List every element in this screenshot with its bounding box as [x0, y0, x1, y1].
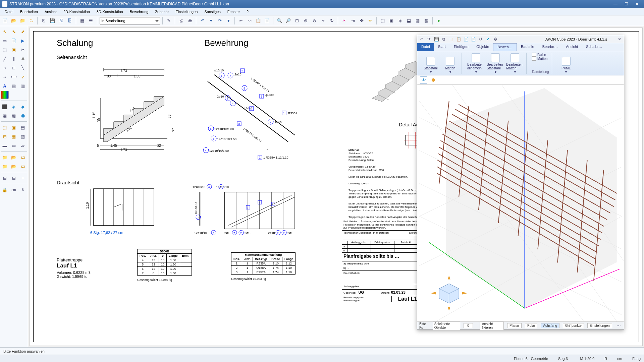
sel2-icon[interactable]: ▣: [388, 17, 395, 24]
vt-b5-icon[interactable]: ▦: [10, 132, 18, 140]
status-select[interactable]: In Bearbeitung: [100, 17, 160, 24]
cube-s5-icon[interactable]: 📄: [470, 36, 476, 42]
rbtn-pxml[interactable]: PXML▾: [557, 57, 575, 74]
vt-c3-icon[interactable]: ▱: [19, 141, 27, 149]
cube-tab-ansicht[interactable]: Ansicht: [562, 43, 582, 51]
rbtn-stabstahl[interactable]: Stabstahl▾: [422, 57, 439, 74]
vt-dim1-icon[interactable]: ↔: [1, 73, 9, 81]
menu-help[interactable]: ?: [243, 9, 252, 14]
vt-text-icon[interactable]: A: [1, 82, 9, 90]
vt-six[interactable]: 6: [19, 186, 27, 194]
vt-f2-icon[interactable]: 📂: [10, 153, 18, 161]
cube-eye-icon[interactable]: 👁: [420, 76, 427, 84]
vt-f5-icon[interactable]: 📂: [10, 162, 18, 170]
menu-einstellungen[interactable]: Einstellungen: [172, 9, 201, 14]
cube-s2-icon[interactable]: ⬚: [448, 36, 454, 42]
zoomfit-icon[interactable]: ⊡: [293, 17, 301, 24]
vt-dim2-icon[interactable]: ⟷: [10, 73, 18, 81]
sel4-icon[interactable]: ⬓: [405, 17, 413, 24]
cube-tab-schalbr[interactable]: Schalbr…: [582, 43, 606, 51]
vt-line-icon[interactable]: ╱: [1, 55, 9, 63]
vt-g2-icon[interactable]: ⊟: [10, 174, 18, 182]
maximize-button[interactable]: ☐: [621, 1, 631, 7]
cube-undo-icon[interactable]: ↶: [419, 36, 425, 42]
vt-f3-icon[interactable]: 🗂: [19, 153, 27, 161]
vt-color-icon[interactable]: [1, 91, 9, 99]
vt-circ-icon[interactable]: ○: [1, 64, 9, 72]
saveas-icon[interactable]: 🗄: [66, 17, 73, 24]
vt-3d5-icon[interactable]: ▩: [10, 112, 18, 120]
vt-b3-icon[interactable]: ▤: [19, 123, 27, 131]
vt-b1-icon[interactable]: ⬚: [1, 123, 9, 131]
cube-redo-icon[interactable]: ↷: [426, 36, 432, 42]
cube-s3-icon[interactable]: 📋: [455, 36, 462, 42]
cube-tab-datei[interactable]: Datei: [417, 43, 434, 51]
vt-3d3-icon[interactable]: ◆: [19, 103, 27, 111]
cube-s6-icon[interactable]: ↺: [478, 36, 484, 42]
cube-btn-polar[interactable]: Polar: [525, 323, 537, 328]
refresh-icon[interactable]: ↻: [328, 17, 335, 24]
zoom2-icon[interactable]: 🔎: [284, 17, 292, 24]
vt-lock-icon[interactable]: 🔒: [1, 186, 9, 194]
vt-b2-icon[interactable]: ▣: [10, 123, 18, 131]
edit2-icon[interactable]: ✏: [367, 17, 374, 24]
redo-drop-icon[interactable]: ▾: [225, 17, 232, 24]
vt-c1-icon[interactable]: ▬: [1, 141, 9, 149]
cube-save-icon[interactable]: 💾: [433, 36, 439, 42]
vt-play-icon[interactable]: ▶: [19, 37, 27, 45]
sel1-icon[interactable]: ⬚: [379, 17, 386, 24]
undo-icon[interactable]: ↶: [199, 17, 206, 24]
vt-f1-icon[interactable]: 📁: [1, 153, 9, 161]
open-icon[interactable]: 📂: [10, 17, 17, 24]
grid-icon[interactable]: ▦: [78, 17, 86, 24]
vt-r2-icon[interactable]: ▣: [10, 46, 18, 54]
open2-icon[interactable]: 📁: [19, 17, 26, 24]
vt-g3-icon[interactable]: ＋: [19, 174, 27, 182]
cube-close-icon[interactable]: ✕: [616, 36, 623, 42]
extend-icon[interactable]: ⇥: [349, 17, 357, 24]
rbtn-bearb-matten[interactable]: Bearbeiten Matten▾: [506, 53, 524, 74]
layers-icon[interactable]: ☰: [87, 17, 95, 24]
zoomout-icon[interactable]: ⊖: [311, 17, 318, 24]
undo-drop-icon[interactable]: ▾: [207, 17, 215, 24]
cube-cube-icon[interactable]: ⬢: [429, 76, 437, 84]
menu-ansicht[interactable]: Ansicht: [41, 9, 60, 14]
trim-icon[interactable]: ✂: [340, 17, 348, 24]
menu-bewehrung[interactable]: Bewehrung: [126, 9, 152, 14]
rlabel-farbe[interactable]: Farbe: [537, 53, 546, 57]
move-icon[interactable]: ✥: [358, 17, 365, 24]
vt-3d6-icon[interactable]: ⬢: [19, 112, 27, 120]
vt-curs3-icon[interactable]: ⬈: [19, 27, 27, 36]
menu-sonstiges[interactable]: Sonstiges: [201, 9, 224, 14]
vt-b6-icon[interactable]: ▧: [19, 132, 27, 140]
vt-f4-icon[interactable]: 📁: [1, 162, 9, 170]
cube-s8-icon[interactable]: ⚙: [492, 36, 498, 42]
cube-btn-fix[interactable]: Ansicht fixieren: [480, 321, 504, 330]
vt-page-icon[interactable]: 📄: [10, 37, 18, 45]
redo-icon[interactable]: ↷: [216, 17, 223, 24]
vt-f6-icon[interactable]: 🗂: [19, 162, 27, 170]
cube-btn-einst[interactable]: Einstellungen: [587, 323, 612, 328]
sel6-icon[interactable]: ▧: [423, 17, 430, 24]
vt-c2-icon[interactable]: ▭: [10, 141, 18, 149]
vt-r3-icon[interactable]: ✂: [19, 46, 27, 54]
minimize-button[interactable]: —: [610, 1, 621, 7]
vt-rect-icon[interactable]: ▭: [1, 37, 9, 45]
rlabel-matten[interactable]: Matten: [537, 57, 548, 61]
printprev-icon[interactable]: 🖶: [186, 17, 194, 24]
zoomall-icon[interactable]: ⌖: [319, 17, 327, 24]
vt-3d2-icon[interactable]: ◈: [10, 103, 18, 111]
vt-diag-icon[interactable]: ╲: [19, 64, 27, 72]
vt-3d1-icon[interactable]: ⬛: [1, 103, 9, 111]
vt-g1-icon[interactable]: ⊞: [1, 174, 9, 182]
paste-icon[interactable]: 📄: [263, 17, 271, 24]
menu-fenster[interactable]: Fenster: [224, 9, 243, 14]
cube-s4-icon[interactable]: 📄: [463, 36, 469, 42]
menu-2d[interactable]: 2D-Konstruktion: [60, 9, 93, 14]
sel3-icon[interactable]: ◈: [396, 17, 404, 24]
cube-3d-view[interactable]: [417, 85, 624, 321]
sel5-icon[interactable]: ▨: [414, 17, 421, 24]
saveall-icon[interactable]: 🖫: [57, 17, 65, 24]
play-icon[interactable]: ●: [435, 17, 442, 24]
edit-icon[interactable]: ✎: [165, 17, 172, 24]
